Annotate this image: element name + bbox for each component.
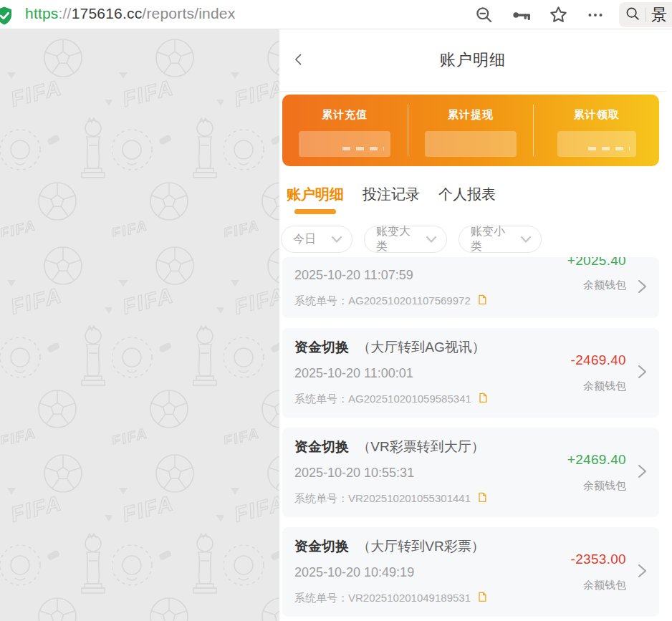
more-icon[interactable] (585, 4, 606, 26)
transaction-row[interactable]: 资金切换 （大厅转到VR彩票） 2025-10-20 10:49:19 系统单号… (282, 527, 659, 617)
screen: https://175616.cc/reports/index 景 (0, 0, 672, 621)
summary-claim: 累计领取 (534, 95, 659, 166)
txn-wallet: 余额钱包 (583, 479, 626, 493)
txn-order-label: 系统单号： (294, 592, 348, 605)
copy-icon[interactable] (476, 293, 488, 309)
url-separator: :// (59, 5, 72, 21)
txn-title: 资金切换 (294, 439, 349, 454)
txn-subtitle: （大厅转到VR彩票） (357, 539, 484, 554)
txn-order-label: 系统单号： (294, 492, 348, 505)
txn-order-number: VR202510201055301441 (348, 492, 471, 505)
redacted-value (557, 131, 636, 157)
filter-minor-type-dropdown[interactable]: 账变小类 (459, 226, 542, 253)
tab-account-detail[interactable]: 账户明细 (287, 185, 344, 216)
tab-bet-records[interactable]: 投注记录 (363, 185, 420, 216)
txn-order-number: VR202510201049189531 (348, 592, 471, 605)
summary-claim-label: 累计领取 (574, 108, 620, 122)
summary-recharge-label: 累计充值 (322, 108, 368, 122)
txn-date: 2025-10-20 10:49:19 (294, 564, 547, 580)
summary-withdraw-label: 累计提现 (448, 108, 494, 122)
chevron-right-icon (637, 363, 648, 383)
summary-recharge: 累计充值 (282, 95, 408, 166)
page-header: 账户明细 (279, 29, 666, 92)
chevron-right-icon (637, 562, 648, 582)
search-icon (625, 6, 640, 24)
zoom-out-icon[interactable] (473, 4, 494, 26)
chevron-down-icon (426, 233, 436, 246)
redacted-value (425, 131, 517, 157)
txn-order-number: AG202510201107569972 (348, 294, 471, 307)
txn-date: 2025-10-20 10:55:31 (294, 465, 547, 481)
txn-subtitle: （VR彩票转到大厅） (357, 439, 484, 454)
widget-divider (645, 8, 646, 22)
tab-personal-report[interactable]: 个人报表 (438, 185, 496, 216)
txn-order-label: 系统单号： (294, 393, 348, 405)
url-path: /reports/index (142, 5, 235, 21)
transaction-row[interactable]: 2025-10-20 11:07:59 系统单号： AG202510201107… (282, 257, 659, 318)
txn-amount: +2025.40 (567, 257, 626, 269)
filter-major-type-label: 账变大类 (376, 224, 419, 254)
copy-icon[interactable] (477, 391, 489, 407)
search-widget[interactable]: 景 (619, 2, 672, 27)
filter-major-type-dropdown[interactable]: 账变大类 (364, 226, 447, 253)
secure-shield-icon (0, 5, 15, 29)
transaction-row[interactable]: 资金切换 （VR彩票转到大厅） 2025-10-20 10:55:31 系统单号… (282, 428, 659, 517)
report-tabs: 账户明细 投注记录 个人报表 (279, 166, 666, 216)
browser-toolbar (473, 0, 606, 29)
txn-title: 资金切换 (294, 539, 349, 554)
transaction-list: 2025-10-20 11:07:59 系统单号： AG202510201107… (279, 257, 666, 621)
filter-bar: 今日 账变大类 账变小类 (279, 216, 666, 253)
chevron-down-icon (521, 233, 531, 246)
page-title: 账户明细 (440, 49, 506, 71)
txn-order-number: AG202510201059585341 (348, 393, 471, 405)
fifa-watermark-background: FIFA FIFA (0, 29, 279, 621)
chevron-right-icon (637, 278, 648, 298)
summary-withdraw: 累计提现 (408, 95, 534, 166)
copy-icon[interactable] (476, 590, 488, 606)
txn-wallet: 余额钱包 (583, 579, 626, 592)
filter-minor-type-label: 账变小类 (471, 224, 514, 254)
txn-amount: -2469.40 (571, 352, 626, 368)
copy-icon[interactable] (476, 491, 488, 506)
txn-order-label: 系统单号： (294, 294, 348, 307)
txn-date: 2025-10-20 11:07:59 (294, 267, 547, 283)
widget-label: 景 (651, 7, 667, 23)
star-icon[interactable] (547, 4, 569, 26)
txn-wallet: 余额钱包 (583, 279, 626, 292)
txn-date: 2025-10-20 11:00:01 (294, 365, 547, 381)
summary-card: 累计充值 累计提现 累计领取 (282, 95, 659, 166)
back-button[interactable] (289, 50, 308, 69)
chevron-down-icon (332, 233, 342, 246)
report-panel: 账户明细 累计充值 累计提现 累计领取 账户明细 (279, 29, 672, 621)
txn-subtitle: （大厅转到AG视讯） (357, 340, 485, 355)
filter-date-label: 今日 (293, 232, 316, 247)
txn-amount: +2469.40 (567, 452, 626, 468)
key-icon[interactable] (510, 4, 532, 26)
chevron-right-icon (637, 463, 648, 483)
url-host: 175616.cc (72, 5, 143, 21)
txn-amount: -2353.00 (571, 552, 626, 567)
url-scheme: https (25, 5, 59, 21)
redacted-value (299, 131, 390, 157)
browser-address-bar: https://175616.cc/reports/index 景 (0, 0, 672, 29)
filter-date-dropdown[interactable]: 今日 (281, 226, 352, 253)
txn-wallet: 余额钱包 (583, 380, 626, 393)
transaction-row[interactable]: 资金切换 （大厅转到AG视讯） 2025-10-20 11:00:01 系统单号… (282, 328, 659, 418)
url-text[interactable]: https://175616.cc/reports/index (25, 5, 235, 22)
txn-title: 资金切换 (294, 340, 349, 355)
